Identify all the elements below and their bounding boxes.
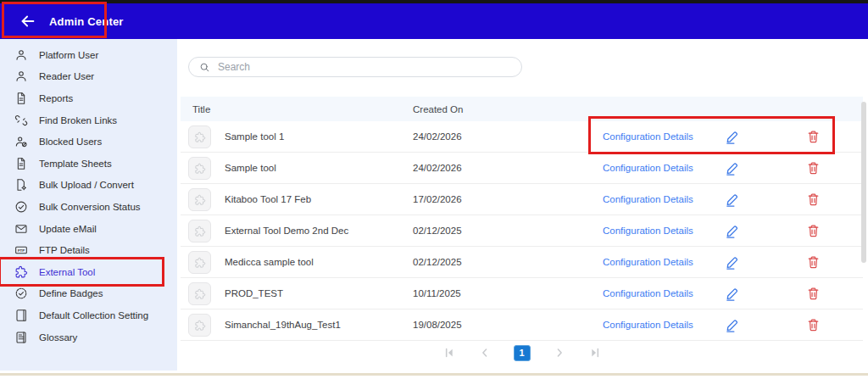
file-gear-icon [14,178,28,192]
bottom-edge-strip [0,373,868,376]
topbar: Admin Center [0,3,868,39]
sidebar-item-blocked-users[interactable]: Blocked Users [0,131,177,153]
main-content: Title Created On Sample tool 1 24/02/202… [177,39,868,373]
tool-title: Kitaboo Tool 17 Feb [225,194,311,204]
created-on-date: 10/11/2025 [413,288,461,298]
user-blocked-icon [14,135,28,148]
sidebar-item-label: External Tool [39,267,95,277]
sidebar: Platform User Reader User Reports Find B… [0,39,177,371]
sidebar-item-label: Update eMail [39,224,97,234]
vertical-scrollbar[interactable] [861,102,866,263]
tool-title: Medicca sample tool [225,257,314,267]
sidebar-item-default-collection-setting[interactable]: Default Collection Setting [0,304,177,326]
table-row: Sample tool 1 24/02/2026 Configuration D… [181,121,863,153]
tool-title: Sample tool 1 [225,131,284,142]
configuration-details-link[interactable]: Configuration Details [603,131,693,142]
tool-icon [188,314,211,337]
tool-title: Simanchal_19thAug_Test1 [225,320,341,330]
tool-title: PROD_TEST [225,288,283,298]
page-title: Admin Center [49,15,124,28]
user-icon [14,48,28,62]
sidebar-item-label: Define Badges [39,288,103,298]
created-on-date: 17/02/2026 [413,194,462,204]
ftp-icon: FTP [14,243,28,257]
tool-title: External Tool Demo 2nd Dec [225,226,348,236]
delete-icon[interactable] [806,192,821,207]
sidebar-item-label: Bulk Conversion Status [39,202,141,212]
delete-icon[interactable] [806,129,821,144]
sidebar-item-label: Template Sheets [39,159,112,169]
svg-text:FTP: FTP [18,248,25,253]
file-text-icon [14,157,28,170]
sidebar-item-label: Bulk Upload / Convert [39,180,134,190]
table-row: Simanchal_19thAug_Test1 19/08/2025 Confi… [181,309,863,341]
user-icon [14,70,28,83]
created-on-date: 19/08/2025 [413,320,462,330]
badge-check-icon [14,287,28,300]
configuration-details-link[interactable]: Configuration Details [603,194,693,204]
sidebar-item-label: Reports [39,93,73,103]
table-row: Kitaboo Tool 17 Feb 17/02/2026 Configura… [181,184,863,215]
delete-icon[interactable] [806,223,821,238]
tool-icon [188,251,211,274]
check-circle-icon [14,200,28,214]
puzzle-icon [14,265,28,279]
sidebar-item-label: FTP Details [39,245,90,255]
pagination: 1 [181,341,863,365]
edit-icon[interactable] [724,192,740,208]
edit-icon[interactable] [724,160,740,176]
delete-icon[interactable] [806,160,821,176]
sidebar-item-template-sheets[interactable]: Template Sheets [0,153,177,175]
delete-icon[interactable] [806,254,821,270]
glossary-icon [14,331,28,344]
sidebar-item-platform-user[interactable]: Platform User [0,44,177,66]
first-page-icon[interactable] [442,346,456,359]
sidebar-item-label: Reader User [39,71,94,81]
search-icon [199,62,210,73]
back-arrow-icon[interactable] [19,12,37,31]
current-page-button[interactable]: 1 [514,345,531,361]
sidebar-item-ftp-details[interactable]: FTP FTP Details [0,239,177,261]
sidebar-item-external-tool[interactable]: External Tool [0,261,177,283]
sidebar-item-label: Glossary [39,332,77,343]
book-icon [14,309,28,322]
created-on-date: 02/12/2025 [413,226,462,236]
tool-icon [188,188,211,211]
sidebar-item-label: Platform User [39,50,98,60]
table-row: Sample tool 24/02/2026 Configuration Det… [181,153,863,184]
sidebar-item-reader-user[interactable]: Reader User [0,66,177,88]
configuration-details-link[interactable]: Configuration Details [603,163,693,173]
edit-icon[interactable] [724,129,740,145]
search-box[interactable] [188,57,522,77]
table-header: Title Created On [181,97,863,121]
edit-icon[interactable] [724,223,740,239]
last-page-icon[interactable] [588,346,602,359]
edit-icon[interactable] [724,286,740,302]
search-input[interactable] [218,58,521,76]
sidebar-item-reports[interactable]: Reports [0,87,177,109]
sidebar-item-label: Default Collection Setting [39,310,148,320]
file-text-icon [14,92,28,105]
edit-icon[interactable] [724,317,740,333]
sidebar-item-define-badges[interactable]: Define Badges [0,283,177,305]
previous-page-icon[interactable] [478,346,492,359]
configuration-details-link[interactable]: Configuration Details [603,226,693,236]
column-header-title: Title [192,104,210,114]
sidebar-item-glossary[interactable]: Glossary [0,326,177,348]
sidebar-item-bulk-conversion-status[interactable]: Bulk Conversion Status [0,196,177,218]
edit-icon[interactable] [724,254,740,270]
next-page-icon[interactable] [553,346,566,359]
mail-icon [14,222,28,236]
table-row: Medicca sample tool 02/12/2025 Configura… [181,247,863,278]
sidebar-item-bulk-upload-convert[interactable]: Bulk Upload / Convert [0,175,177,197]
table-row: PROD_TEST 10/11/2025 Configuration Detai… [181,278,863,309]
table-row: External Tool Demo 2nd Dec 02/12/2025 Co… [181,215,863,247]
created-on-date: 24/02/2026 [413,131,462,142]
sidebar-item-update-email[interactable]: Update eMail [0,218,177,240]
configuration-details-link[interactable]: Configuration Details [603,320,693,330]
delete-icon[interactable] [806,317,821,332]
configuration-details-link[interactable]: Configuration Details [603,288,693,298]
sidebar-item-find-broken-links[interactable]: Find Broken Links [0,109,177,131]
delete-icon[interactable] [806,286,821,301]
configuration-details-link[interactable]: Configuration Details [603,257,693,267]
